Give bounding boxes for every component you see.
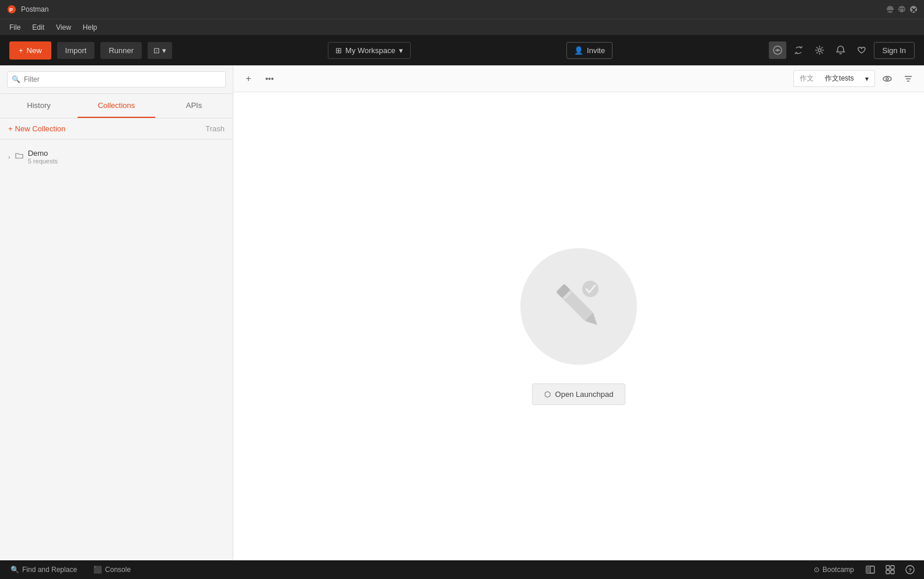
console-icon: ⬛ [93, 566, 102, 574]
svg-point-6 [883, 76, 891, 81]
toolbar-right: Sign In [769, 41, 915, 59]
import-button[interactable]: Import [57, 42, 95, 59]
plus-icon: + [19, 46, 23, 55]
title-bar-left: P Postman [7, 5, 48, 14]
minimize-button[interactable]: — [887, 6, 894, 13]
environment-name: 作文tests [825, 74, 853, 83]
layout-grid-icon [886, 565, 895, 574]
filter-icon-btn[interactable] [900, 70, 917, 88]
svg-point-4 [776, 49, 779, 51]
tab-collections[interactable]: Collections [78, 94, 155, 118]
search-bottom-icon: 🔍 [10, 566, 19, 574]
heart-icon-btn[interactable] [853, 41, 870, 59]
menu-file[interactable]: File [5, 22, 25, 33]
title-bar: P Postman — □ ✕ [0, 0, 924, 19]
workspace-icon: ⊞ [335, 46, 342, 55]
runner-button[interactable]: Runner [100, 42, 142, 59]
workspace-name: My Workspace [345, 46, 396, 55]
content-header-right: 作文 作文tests ▾ [793, 70, 917, 88]
sidebar-tabs: History Collections APIs [0, 94, 233, 118]
collection-item[interactable]: › Demo 5 requests [0, 144, 233, 169]
help-icon: ? [905, 565, 915, 574]
workspace-dropdown-icon: ▾ [399, 46, 403, 55]
search-input[interactable] [7, 71, 226, 88]
find-replace-button[interactable]: 🔍 Find and Replace [7, 564, 80, 575]
env-icon: 作文 [800, 74, 814, 83]
bootcamp-button[interactable]: ⊙ Bootcamp [810, 564, 858, 575]
folder-icon [15, 152, 23, 162]
content-body: ⬡ Open Launchpad [233, 92, 924, 560]
interceptor-icon-btn[interactable] [769, 41, 786, 59]
collection-info: Demo 5 requests [28, 149, 58, 165]
collections-toolbar: + New Collection Trash [0, 118, 233, 139]
layout-button[interactable]: ⊡ ▾ [148, 42, 172, 59]
layout-grid-icon-btn[interactable] [883, 563, 897, 577]
invite-person-icon: 👤 [574, 46, 583, 55]
search-wrapper: 🔍 [7, 71, 226, 88]
svg-text:?: ? [909, 567, 912, 573]
bootcamp-icon: ⊙ [814, 566, 820, 574]
add-tab-button[interactable]: + [240, 71, 257, 87]
launchpad-btn-icon: ⬡ [544, 390, 551, 399]
interceptor-icon [773, 46, 782, 55]
svg-rect-18 [866, 566, 870, 573]
svg-point-15 [582, 281, 598, 297]
tab-apis[interactable]: APIs [155, 94, 233, 118]
svg-rect-20 [891, 566, 894, 569]
close-button[interactable]: ✕ [910, 6, 917, 13]
console-button[interactable]: ⬛ Console [90, 564, 134, 575]
collection-list: › Demo 5 requests [0, 139, 233, 560]
environment-selector[interactable]: 作文 作文tests ▾ [793, 70, 875, 87]
open-launchpad-button[interactable]: ⬡ Open Launchpad [532, 383, 626, 405]
svg-rect-22 [891, 570, 894, 574]
bottom-left: 🔍 Find and Replace ⬛ Console [7, 564, 134, 575]
app-title: Postman [21, 5, 48, 13]
workspace-selector[interactable]: ⊞ My Workspace ▾ [328, 42, 411, 59]
bell-icon [836, 46, 845, 55]
plus-icon-small: + [8, 124, 13, 133]
menu-bar: File Edit View Help [0, 19, 924, 35]
search-icon: 🔍 [12, 75, 20, 83]
svg-point-5 [818, 49, 821, 52]
chevron-right-icon: › [8, 154, 10, 161]
eye-icon-btn[interactable] [878, 70, 896, 88]
env-dropdown-icon: ▾ [865, 75, 869, 83]
toolbar: + New Import Runner ⊡ ▾ ⊞ My Workspace ▾… [0, 35, 924, 65]
svg-point-7 [886, 78, 888, 80]
new-collection-button[interactable]: + New Collection [8, 124, 65, 133]
postman-logo: P [7, 5, 16, 14]
sync-icon-btn[interactable] [790, 41, 807, 59]
settings-icon-btn[interactable] [811, 41, 828, 59]
notifications-icon-btn[interactable] [832, 41, 849, 59]
sign-in-button[interactable]: Sign In [874, 42, 915, 59]
sidebar: 🔍 History Collections APIs + New Collect… [0, 65, 233, 560]
search-bar: 🔍 [0, 65, 233, 94]
gear-icon [815, 46, 824, 55]
trash-button[interactable]: Trash [205, 124, 225, 133]
content-header: + ••• 作文 作文tests ▾ [233, 65, 924, 92]
maximize-button[interactable]: □ [898, 6, 905, 13]
menu-view[interactable]: View [51, 22, 76, 33]
main-layout: 🔍 History Collections APIs + New Collect… [0, 65, 924, 560]
heart-icon [857, 46, 866, 55]
pen-illustration-icon [544, 271, 614, 341]
title-bar-controls[interactable]: — □ ✕ [887, 6, 917, 13]
more-tabs-button[interactable]: ••• [261, 71, 278, 87]
launchpad-illustration [520, 248, 637, 365]
two-pane-icon [866, 566, 875, 574]
menu-help[interactable]: Help [78, 22, 102, 33]
svg-text:P: P [9, 7, 13, 13]
filter-icon [904, 74, 913, 83]
invite-button[interactable]: 👤 Invite [566, 42, 612, 59]
svg-rect-21 [886, 570, 890, 574]
help-icon-btn[interactable]: ? [903, 563, 917, 577]
tab-history[interactable]: History [0, 94, 78, 118]
menu-edit[interactable]: Edit [27, 22, 49, 33]
new-button[interactable]: + New [9, 41, 51, 60]
two-pane-icon-btn[interactable] [863, 563, 877, 577]
layout-icon: ⊡ ▾ [153, 46, 166, 55]
bottom-bar: 🔍 Find and Replace ⬛ Console ⊙ Bootcamp [0, 560, 924, 579]
eye-icon [883, 74, 892, 83]
sync-icon [794, 46, 803, 55]
content-area: + ••• 作文 作文tests ▾ [233, 65, 924, 560]
